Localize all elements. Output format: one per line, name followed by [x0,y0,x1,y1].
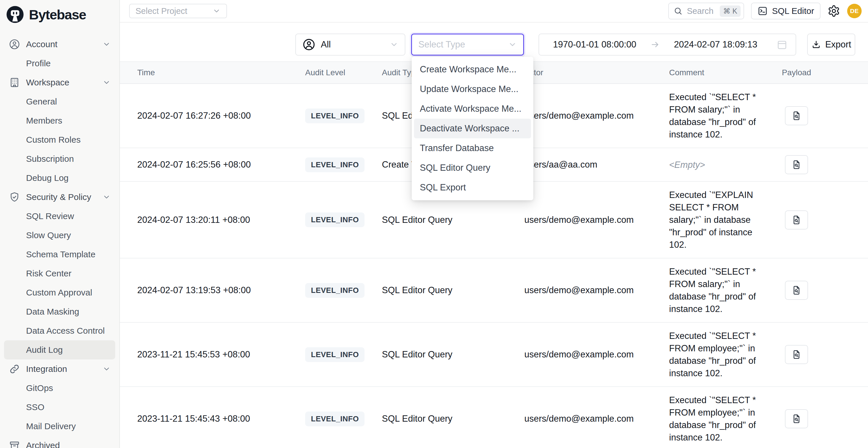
project-select[interactable]: Select Project [129,4,227,18]
cell-time: 2024-02-07 13:19:53 +08:00 [137,285,305,295]
sidebar-item-sso[interactable]: SSO [4,398,115,417]
sidebar-item-custom-roles[interactable]: Custom Roles [4,130,115,149]
avatar-initials: DE [850,7,859,14]
sidebar-item-audit-log[interactable]: Audit Log [4,340,115,359]
download-icon [811,40,821,50]
calendar-icon [776,38,788,51]
date-from-value[interactable]: 1970-01-01 08:00:00 [553,39,637,50]
type-select-dropdown: Create Workspace Me... Update Workspace … [412,57,533,200]
cell-comment: Executed `"SELECT * FROM salary;"` in da… [669,91,765,141]
dropdown-option-create-workspace-member[interactable]: Create Workspace Me... [414,60,531,79]
chevron-down-icon [508,40,517,49]
chevron-down-icon [102,365,111,373]
search-input[interactable]: Search ⌘ K [668,3,744,20]
dropdown-option-sql-export[interactable]: SQL Export [414,178,531,197]
cell-time: 2024-02-07 16:27:26 +08:00 [137,110,305,121]
table-row: 2024-02-07 13:19:53 +08:00 LEVEL_INFO SQ… [120,258,868,323]
col-header-actor: Actor [524,68,669,77]
dropdown-option-activate-workspace-member[interactable]: Activate Workspace Me... [414,99,531,119]
sidebar-item-debug-log[interactable]: Debug Log [4,168,115,188]
actor-filter-select[interactable]: All [295,34,405,56]
brand-logo[interactable]: Bytebase [0,0,119,28]
sidebar-item-account[interactable]: Account [4,35,115,54]
sidebar-item-profile[interactable]: Profile [4,54,115,73]
sidebar-item-label: Custom Roles [26,135,81,145]
sidebar-item-label: Risk Center [26,268,71,279]
dropdown-option-update-workspace-member[interactable]: Update Workspace Me... [414,79,531,99]
sidebar-item-label: Subscription [26,154,74,164]
sidebar-item-integration[interactable]: Integration [4,359,115,379]
chevron-down-icon [102,40,111,48]
app-root: Bytebase Account Profile Workspace Gener… [0,0,868,448]
audit-level-badge: LEVEL_INFO [305,412,365,426]
sidebar-item-mail-delivery[interactable]: Mail Delivery [4,417,115,436]
sidebar-item-workspace[interactable]: Workspace [4,73,115,92]
sidebar-item-label: Schema Template [26,250,96,259]
sidebar-item-general[interactable]: General [4,92,115,111]
building-icon [9,77,20,88]
cell-time: 2023-11-21 15:45:43 +08:00 [137,414,305,424]
sidebar-item-label: Data Access Control [26,326,105,336]
main-area: Select Project Search ⌘ K SQL Editor DE [120,0,868,448]
cell-actor: users/demo@example.com [524,414,669,424]
sidebar-item-label: Data Masking [26,307,79,317]
cell-audit-type: SQL Editor Query [382,215,524,225]
export-button[interactable]: Export [807,34,855,56]
avatar[interactable]: DE [847,4,862,18]
sidebar-item-sql-review[interactable]: SQL Review [4,206,115,226]
sidebar-item-gitops[interactable]: GitOps [4,379,115,398]
chevron-down-icon [102,193,111,201]
search-shortcut-kbd: ⌘ K [720,5,741,17]
payload-button[interactable] [785,409,808,428]
sidebar-item-data-access-control[interactable]: Data Access Control [4,321,115,340]
topbar: Select Project Search ⌘ K SQL Editor DE [120,0,868,23]
project-select-value: Select Project [135,6,187,16]
payload-button[interactable] [785,345,808,364]
sidebar: Bytebase Account Profile Workspace Gener… [0,0,120,448]
audit-level-badge: LEVEL_INFO [305,213,365,227]
date-range-picker[interactable]: 1970-01-01 08:00:00 2024-02-07 18:09:13 [538,34,796,56]
sidebar-item-subscription[interactable]: Subscription [4,149,115,168]
arrow-right-icon [650,40,660,50]
cell-comment: Executed `"SELECT * FROM employee;"` in … [669,394,765,444]
col-header-comment: Comment [669,68,765,77]
link-icon [9,363,20,375]
cell-actor: users/demo@example.com [524,215,669,225]
sidebar-item-label: General [26,97,57,106]
sidebar-item-custom-approval[interactable]: Custom Approval [4,283,115,302]
table-row: 2023-11-21 15:45:53 +08:00 LEVEL_INFO SQ… [120,323,868,387]
sidebar-item-risk-center[interactable]: Risk Center [4,264,115,283]
sidebar-item-label: Profile [26,59,51,68]
dropdown-option-transfer-database[interactable]: Transfer Database [414,138,531,158]
payload-button[interactable] [785,155,808,174]
sidebar-item-label: SSO [26,402,44,412]
col-header-time: Time [137,68,305,77]
sidebar-item-label: Workspace [26,77,69,87]
payload-button[interactable] [785,281,808,300]
topbar-right: Search ⌘ K SQL Editor DE [668,3,862,20]
payload-button[interactable] [785,211,808,229]
cell-time: 2024-02-07 16:25:56 +08:00 [137,159,305,170]
search-icon [674,6,683,15]
type-filter-select[interactable]: Select Type [411,34,524,56]
gear-icon[interactable] [828,5,840,18]
sidebar-item-schema-template[interactable]: Schema Template [4,245,115,264]
chevron-down-icon [102,78,111,87]
sidebar-item-security-policy[interactable]: Security & Policy [4,188,115,206]
sidebar-item-data-masking[interactable]: Data Masking [4,302,115,321]
user-icon [9,38,20,50]
dropdown-option-sql-editor-query[interactable]: SQL Editor Query [414,158,531,178]
sidebar-item-label: GitOps [26,383,53,393]
cell-actor: users/demo@example.com [524,349,669,360]
sidebar-item-members[interactable]: Members [4,111,115,130]
payload-button[interactable] [785,106,808,125]
date-to-value[interactable]: 2024-02-07 18:09:13 [674,39,757,50]
export-label: Export [825,39,851,50]
sidebar-item-archived[interactable]: Archived [4,436,115,448]
sidebar-item-label: Members [26,116,62,126]
chevron-down-icon [213,7,221,15]
dropdown-option-deactivate-workspace-member[interactable]: Deactivate Workspace ... [414,119,531,138]
sql-editor-button[interactable]: SQL Editor [751,3,820,20]
cell-comment: Executed `"SELECT * FROM salary;"` in da… [669,265,765,315]
sidebar-item-slow-query[interactable]: Slow Query [4,226,115,245]
